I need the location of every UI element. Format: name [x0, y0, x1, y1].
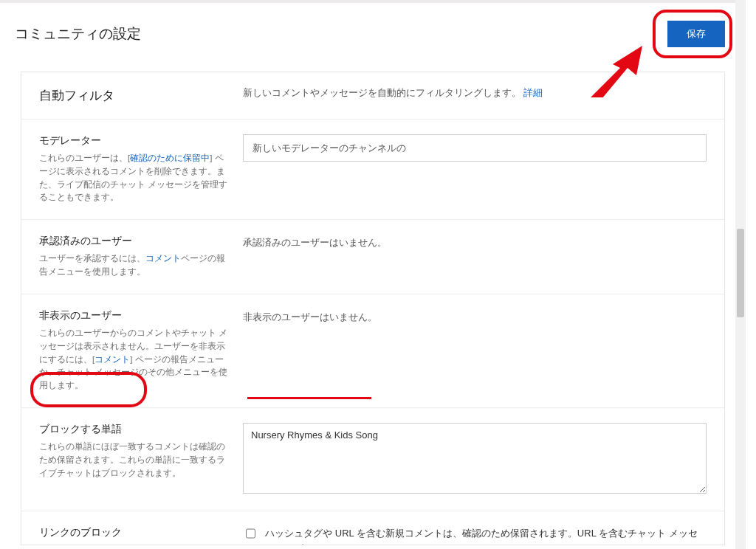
moderator-channel-input[interactable]: [243, 134, 707, 162]
save-button[interactable]: 保存: [667, 21, 725, 47]
auto-filter-desc: 新しいコメントやメッセージを自動的にフィルタリングします。 詳細: [243, 88, 543, 98]
hidden-title: 非表示のユーザー: [39, 309, 230, 322]
approved-comment-link[interactable]: コメント: [145, 254, 181, 263]
auto-filter-heading: 自動フィルタ: [39, 87, 230, 104]
moderators-pending-link[interactable]: 確認のために保留中: [130, 153, 210, 162]
blocked-words-desc: これらの単語にほぼ一致するコメントは確認のため保留されます。これらの単語に一致す…: [39, 441, 230, 480]
moderators-desc-before: これらのユーザーは、[: [39, 153, 130, 162]
approved-empty-text: 承認済みのユーザーはいません。: [243, 235, 707, 249]
block-links-label: ハッシュタグや URL を含む新規コメントは、確認のため保留されます。URL を…: [265, 526, 707, 545]
settings-card: 自動フィルタ 新しいコメントやメッセージを自動的にフィルタリングします。 詳細 …: [21, 72, 725, 545]
moderators-desc: これらのユーザーは、[確認のために保留中] ページに表示されるコメントを削除でき…: [39, 152, 230, 204]
blocked-words-textarea[interactable]: [243, 423, 707, 494]
auto-filter-detail-link[interactable]: 詳細: [523, 88, 543, 98]
scrollbar-thumb[interactable]: [737, 229, 744, 317]
approved-desc: ユーザーを承認するには、コメントページの報告メニューを使用します。: [39, 252, 230, 279]
hidden-empty-text: 非表示のユーザーはいません。: [243, 309, 707, 324]
approved-title: 承認済みのユーザー: [39, 235, 230, 248]
hidden-comment-link[interactable]: コメント: [94, 355, 130, 364]
page-scrollbar[interactable]: [735, 0, 746, 549]
auto-filter-desc-text: 新しいコメントやメッセージを自動的にフィルタリングします。: [243, 88, 521, 98]
page-title: コミュニティの設定: [15, 24, 141, 44]
hidden-desc: これらのユーザーからのコメントやチャット メッセージは表示されません。ユーザーを…: [39, 327, 230, 393]
section-approved-users: 承認済みのユーザー ユーザーを承認するには、コメントページの報告メニューを使用し…: [21, 220, 724, 294]
block-links-checkbox[interactable]: [246, 528, 255, 539]
moderators-title: モデレーター: [39, 134, 230, 148]
section-block-links: リンクのブロック ハッシュタグや URL を含む新規コメントは、確認のため保留さ…: [21, 511, 724, 545]
block-links-title: リンクのブロック: [39, 526, 230, 539]
page-header: コミュニティの設定 保存: [0, 3, 746, 66]
section-blocked-words: ブロックする単語 これらの単語にほぼ一致するコメントは確認のため保留されます。こ…: [21, 408, 724, 511]
approved-desc-before: ユーザーを承認するには、: [39, 254, 145, 263]
section-moderators: モデレーター これらのユーザーは、[確認のために保留中] ページに表示されるコメ…: [21, 120, 724, 220]
section-hidden-users: 非表示のユーザー これらのユーザーからのコメントやチャット メッセージは表示され…: [21, 294, 724, 408]
section-auto-filter: 自動フィルタ 新しいコメントやメッセージを自動的にフィルタリングします。 詳細: [21, 72, 724, 120]
blocked-words-title: ブロックする単語: [39, 423, 230, 436]
